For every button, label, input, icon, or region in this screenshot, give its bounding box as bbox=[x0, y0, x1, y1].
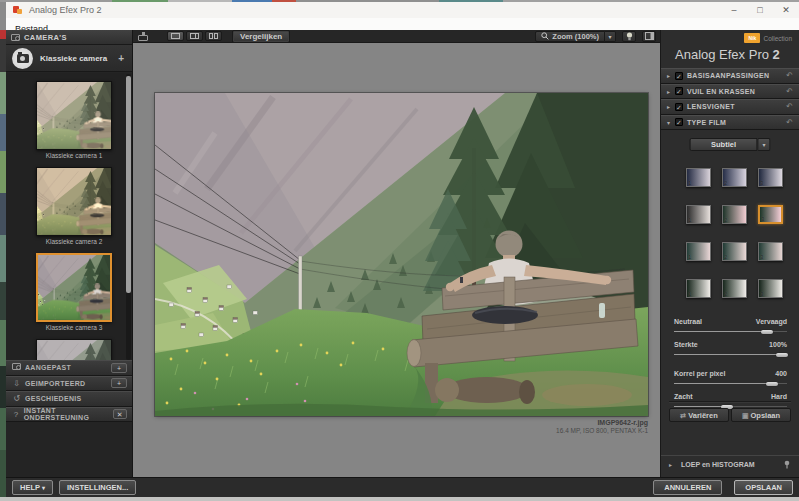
camera-thumbnail-3[interactable]: Klassieke camera 3 bbox=[36, 253, 112, 331]
camera-selector[interactable]: Klassieke camera + bbox=[6, 45, 132, 72]
slider-left-label: Korrel per pixel bbox=[674, 370, 725, 377]
close-button[interactable]: ✕ bbox=[773, 2, 799, 18]
section-type-film[interactable]: ▾✓TYPE FILM↶ bbox=[661, 115, 799, 131]
section-checkbox[interactable]: ✓ bbox=[675, 87, 683, 95]
maximize-button[interactable]: □ bbox=[747, 2, 773, 18]
add-button[interactable]: + bbox=[111, 378, 127, 388]
film-preset-dropdown[interactable]: Subtiel ▾ bbox=[690, 138, 771, 151]
close-button[interactable]: ✕ bbox=[113, 409, 127, 419]
compare-button[interactable]: Vergelijken bbox=[232, 30, 290, 43]
slider-handle[interactable] bbox=[761, 330, 773, 334]
camera-thumbnail-image[interactable] bbox=[36, 253, 112, 322]
sidebar-panel-geschiedenis[interactable]: ↺GESCHIEDENIS bbox=[6, 391, 132, 407]
chevron-down-icon: ▾ bbox=[667, 119, 675, 126]
film-type-number: 1 bbox=[688, 291, 691, 297]
chevron-down-icon[interactable]: ▾ bbox=[758, 138, 771, 151]
settings-button[interactable]: INSTELLINGEN... bbox=[59, 480, 136, 495]
add-button[interactable]: + bbox=[111, 363, 127, 373]
add-camera-button[interactable]: + bbox=[118, 53, 124, 64]
film-type-swatch-1-2[interactable]: 2 bbox=[722, 168, 747, 187]
side-by-side-view-button[interactable] bbox=[205, 31, 222, 41]
reset-icon[interactable]: ↶ bbox=[786, 102, 793, 111]
camera-thumbnail-image[interactable] bbox=[36, 339, 112, 361]
film-type-swatch-4-2[interactable]: 2 bbox=[722, 279, 747, 298]
save-button[interactable]: OPSLAAN bbox=[734, 480, 793, 495]
film-type-swatch-3-2[interactable]: 2 bbox=[722, 242, 747, 261]
cameras-panel-header[interactable]: CAMERA'S bbox=[6, 30, 132, 45]
camera-sidebar: CAMERA'S Klassieke camera + Klassieke ca… bbox=[6, 30, 133, 477]
camera-thumbnail-label: Klassieke camera 2 bbox=[36, 238, 112, 245]
sidebar-panel-instant-ondersteuning[interactable]: ?INSTANT ONDERSTEUNING✕ bbox=[6, 407, 132, 423]
scrollbar-thumb[interactable] bbox=[126, 76, 131, 293]
lightbulb-preview-button[interactable] bbox=[622, 31, 636, 42]
titlebar: Analog Efex Pro 2 – □ ✕ bbox=[6, 2, 799, 18]
adjustments-panel: Nik Collection Analog Efex Pro 2 ▸✓BASIS… bbox=[660, 30, 799, 477]
slider-right-label: 100% bbox=[769, 341, 787, 348]
camera-thumbnail-partial[interactable] bbox=[36, 339, 112, 361]
zoom-control[interactable]: Zoom (100%) bbox=[535, 31, 605, 42]
film-row-2: 123 bbox=[686, 205, 783, 224]
sidebar-panel-label: GESCHIEDENIS bbox=[25, 395, 82, 402]
single-view-button[interactable] bbox=[167, 31, 184, 41]
plugin-title: Analog Efex Pro 2 bbox=[675, 47, 780, 62]
export-icon[interactable] bbox=[138, 32, 149, 41]
section-checkbox[interactable]: ✓ bbox=[675, 118, 683, 126]
slider-handle[interactable] bbox=[766, 382, 778, 386]
film-type-swatch-2-1[interactable]: 1 bbox=[686, 205, 711, 224]
film-type-swatch-1-1[interactable]: 1 bbox=[686, 168, 711, 187]
reset-icon[interactable]: ↶ bbox=[786, 87, 793, 96]
camera-thumbnail-1[interactable]: Klassieke camera 1 bbox=[36, 81, 112, 159]
film-type-swatch-2-3[interactable]: 3 bbox=[758, 205, 783, 224]
film-type-swatch-2-2[interactable]: 2 bbox=[722, 205, 747, 224]
slider-left-label: Neutraal bbox=[674, 318, 702, 325]
help-button[interactable]: HELP ▾ bbox=[12, 480, 53, 495]
sidebar-panel-aangepast[interactable]: AANGEPAST+ bbox=[6, 360, 132, 376]
question-icon: ? bbox=[11, 410, 21, 419]
zoom-level-label: Zoom (100%) bbox=[552, 32, 599, 41]
camera-thumbnail-2[interactable]: Klassieke camera 2 bbox=[36, 167, 112, 245]
vary-button[interactable]: ⇄Variëren bbox=[669, 408, 729, 422]
camera-thumbnail-image[interactable] bbox=[36, 81, 112, 150]
film-type-swatch-1-3[interactable]: 3 bbox=[758, 168, 783, 187]
sidebar-panel-geimporteerd[interactable]: ⇩GEIMPORTEERD+ bbox=[6, 376, 132, 392]
slider-left-label: Sterkte bbox=[674, 341, 698, 348]
film-type-swatch-4-3[interactable]: 3 bbox=[758, 279, 783, 298]
film-type-number: 1 bbox=[688, 180, 691, 186]
save-preset-button[interactable]: ▣Opslaan bbox=[731, 408, 791, 422]
split-view-button[interactable] bbox=[186, 31, 203, 41]
section-label: TYPE FILM bbox=[687, 119, 726, 126]
section-label: VUIL EN KRASSEN bbox=[687, 88, 755, 95]
preview-photo[interactable] bbox=[155, 93, 648, 416]
app-window: Analog Efex Pro 2 – □ ✕ Bestand CAMERA'S… bbox=[0, 0, 799, 501]
section-checkbox[interactable]: ✓ bbox=[675, 103, 683, 111]
film-type-swatch-4-1[interactable]: 1 bbox=[686, 279, 711, 298]
shuffle-icon: ⇄ bbox=[680, 412, 686, 419]
camera-thumbnail-label: Klassieke camera 1 bbox=[36, 152, 112, 159]
section-vuil-en-krassen[interactable]: ▸✓VUIL EN KRASSEN↶ bbox=[661, 84, 799, 100]
film-type-swatch-3-3[interactable]: 3 bbox=[758, 242, 783, 261]
loupe-histogram-section[interactable]: ▸ LOEP en HISTOGRAM bbox=[661, 455, 799, 472]
slider-handle[interactable] bbox=[776, 353, 788, 357]
cancel-button[interactable]: ANNULEREN bbox=[653, 480, 722, 495]
slider-track[interactable] bbox=[674, 352, 787, 357]
slider-right-label: Hard bbox=[771, 393, 787, 400]
panel-toggle-button[interactable] bbox=[642, 31, 656, 42]
film-type-number: 2 bbox=[724, 180, 727, 186]
camera-thumbnail-image[interactable] bbox=[36, 167, 112, 236]
camera-thumbnail-label: Klassieke camera 3 bbox=[36, 324, 112, 331]
reset-icon[interactable]: ↶ bbox=[786, 118, 793, 127]
view-mode-buttons bbox=[167, 31, 222, 41]
section-basisaanpassingen[interactable]: ▸✓BASISAANPASSINGEN↶ bbox=[661, 68, 799, 84]
film-type-swatch-3-1[interactable]: 1 bbox=[686, 242, 711, 261]
section-checkbox[interactable]: ✓ bbox=[675, 72, 683, 80]
minimize-button[interactable]: – bbox=[721, 2, 747, 18]
sidebar-scrollbar[interactable] bbox=[126, 74, 131, 360]
film-type-number: 3 bbox=[760, 180, 763, 186]
pin-icon[interactable] bbox=[783, 460, 791, 469]
section-lensvignet[interactable]: ▸✓LENSVIGNET↶ bbox=[661, 99, 799, 115]
slider-track[interactable] bbox=[674, 329, 787, 334]
preset-selected-value[interactable]: Subtiel bbox=[690, 138, 758, 151]
slider-track[interactable] bbox=[674, 381, 787, 386]
zoom-dropdown-arrow[interactable]: ▾ bbox=[605, 31, 616, 42]
reset-icon[interactable]: ↶ bbox=[786, 71, 793, 80]
